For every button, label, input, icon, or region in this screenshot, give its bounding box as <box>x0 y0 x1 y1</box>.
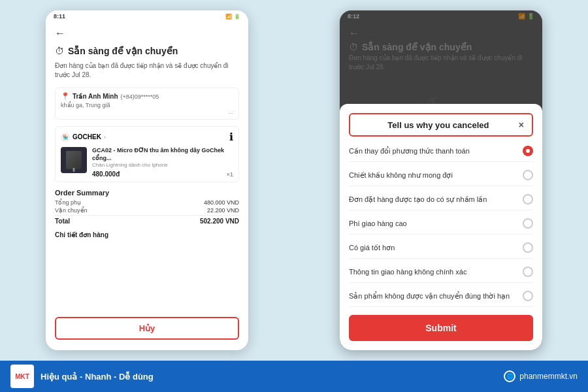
bottom-bar: MKT Hiệu quả - Nhanh - Dễ dùng 🌐 phanmem… <box>0 361 588 392</box>
back-arrow-left[interactable]: ← <box>55 27 239 39</box>
radio-btn-1[interactable] <box>523 146 533 156</box>
brand-logo: MKT <box>10 365 34 388</box>
brand-tagline: Hiệu quả - Nhanh - Dễ dùng <box>41 372 154 382</box>
reason-item-2[interactable]: Chiết khấu không như mong đợi <box>349 169 533 186</box>
shop-header: 🏪 GOCHEK › ℹ <box>61 131 233 143</box>
order-detail-section: Chi tiết đơn hàng <box>55 231 239 238</box>
website-url: phanmemmkt.vn <box>519 372 578 381</box>
address-detail: khẩu ga, Trung giã <box>61 102 233 108</box>
expand-button[interactable]: ... <box>61 108 233 115</box>
left-phone-screen: 8:11 📶 🔋 ← ⏱ Sẵn sàng để vận chuyển Đơn … <box>46 10 248 350</box>
order-summary: Order Summary Tổng phụ 480.000 VND Vận c… <box>55 189 239 225</box>
summary-total-row: Total 502.200 VND <box>55 215 239 225</box>
subtotal-label: Tổng phụ <box>55 199 81 206</box>
left-status-icons: 📶 🔋 <box>225 14 240 20</box>
radio-btn-6[interactable] <box>523 267 533 277</box>
reason-item-3[interactable]: Đơn đặt hàng được tạo do có sự nhầm lần <box>349 193 533 210</box>
reason-text-7: Sản phẩm không được vận chuyển đúng thời… <box>349 292 523 301</box>
summary-row-shipping: Vận chuyển 22.200 VND <box>55 207 239 214</box>
total-value: 502.200 VND <box>200 218 239 225</box>
shop-arrow-icon: › <box>104 134 106 140</box>
reason-item-6[interactable]: Thông tin giao hàng không chính xác <box>349 265 533 283</box>
address-row: 📍 Trần Anh Minh (+84)09*****05 <box>61 92 233 101</box>
reason-text-6: Thông tin giao hàng không chính xác <box>349 268 523 276</box>
left-phone-container: 8:11 📶 🔋 ← ⏱ Sẵn sàng để vận chuyển Đơn … <box>0 0 294 361</box>
location-icon: 📍 <box>61 92 70 101</box>
reason-text-2: Chiết khấu không như mong đợi <box>349 171 523 180</box>
modal-title: Tell us why you canceled <box>358 120 519 130</box>
reason-item-4[interactable]: Phí giao hàng cao <box>349 217 533 235</box>
order-summary-title: Order Summary <box>55 189 239 197</box>
battery-icon: 🔋 <box>234 14 240 20</box>
cancel-reasons-list: Cần thay đổi phương thức thanh toán Chiế… <box>349 144 533 307</box>
product-qty: ×1 <box>227 171 233 178</box>
modal-overlay: Tell us why you canceled × Cần thay đổi … <box>340 10 542 350</box>
submit-button[interactable]: Submit <box>349 315 533 341</box>
reason-text-1: Cần thay đổi phương thức thanh toán <box>349 147 523 155</box>
address-phone: (+84)09*****05 <box>121 93 159 100</box>
page-header-left: ⏱ Sẵn sàng để vận chuyển <box>55 46 239 56</box>
page-title-left: Sẵn sàng để vận chuyển <box>68 46 178 56</box>
subtotal-value: 480.000 VND <box>204 199 239 206</box>
website-section[interactable]: 🌐 phanmemmkt.vn <box>504 370 578 382</box>
product-variant: Chân Lightning dành cho Iphone <box>92 162 233 168</box>
cancel-reason-modal: Tell us why you canceled × Cần thay đổi … <box>340 104 542 350</box>
address-section: 📍 Trần Anh Minh (+84)09*****05 khẩu ga, … <box>55 88 239 120</box>
total-label: Total <box>55 218 70 225</box>
modal-close-button[interactable]: × <box>519 120 524 130</box>
product-name: GCA02 - Micro ĐƠN thu âm không dây GoChe… <box>92 147 233 162</box>
reason-item-5[interactable]: Có giá tốt hơn <box>349 241 533 259</box>
clock-icon: ⏱ <box>55 46 64 56</box>
product-image <box>61 147 87 173</box>
radio-btn-3[interactable] <box>523 194 533 204</box>
signal-icon: 📶 <box>225 14 232 20</box>
left-phone-content: ← ⏱ Sẵn sàng để vận chuyển Đơn hàng của … <box>46 22 248 350</box>
modal-header: Tell us why you canceled × <box>349 113 533 137</box>
reason-text-5: Có giá tốt hơn <box>349 244 523 252</box>
left-status-bar: 8:11 📶 🔋 <box>46 10 248 22</box>
product-price: 480.000đ <box>92 171 120 178</box>
left-time: 8:11 <box>54 13 65 20</box>
shipping-value: 22.200 VND <box>207 207 239 214</box>
brand-section: MKT Hiệu quả - Nhanh - Dễ dùng <box>10 365 154 388</box>
radio-btn-7[interactable] <box>523 291 533 301</box>
globe-icon: 🌐 <box>504 370 515 382</box>
product-info: GCA02 - Micro ĐƠN thu âm không dây GoChe… <box>92 147 233 178</box>
product-price-row: 480.000đ ×1 <box>92 171 233 178</box>
address-name: Trần Anh Minh <box>73 93 118 100</box>
shop-section: 🏪 GOCHEK › ℹ GCA02 - Micro ĐƠN thu âm kh… <box>55 126 239 182</box>
radio-btn-5[interactable] <box>523 242 533 253</box>
shop-info-icon: ℹ <box>229 131 233 143</box>
reason-item-7[interactable]: Sản phẩm không được vận chuyển đúng thời… <box>349 289 533 307</box>
right-phone-container: MKT MKT MKT 8:12 📶 🔋 ← ⏱ Sẵn sàng để vận… <box>294 0 588 361</box>
cancel-btn-area: Hủy <box>55 317 239 345</box>
radio-btn-4[interactable] <box>523 218 533 229</box>
radio-btn-2[interactable] <box>523 170 533 180</box>
summary-row-subtotal: Tổng phụ 480.000 VND <box>55 199 239 206</box>
cancel-button[interactable]: Hủy <box>55 317 239 340</box>
product-img-inner <box>66 151 82 169</box>
reason-text-3: Đơn đặt hàng được tạo do có sự nhầm lần <box>349 195 523 204</box>
product-row: GCA02 - Micro ĐƠN thu âm không dây GoChe… <box>61 147 233 178</box>
reason-text-4: Phí giao hàng cao <box>349 220 523 227</box>
shop-name[interactable]: GOCHEK <box>73 133 101 140</box>
shop-logo-icon: 🏪 <box>61 133 70 142</box>
shop-name-row: 🏪 GOCHEK › <box>61 133 106 142</box>
reason-item-1[interactable]: Cần thay đổi phương thức thanh toán <box>349 144 533 162</box>
shipping-label: Vận chuyển <box>55 207 88 214</box>
right-phone-screen: MKT MKT MKT 8:12 📶 🔋 ← ⏱ Sẵn sàng để vận… <box>340 10 542 350</box>
page-subtitle-left: Đơn hàng của bạn đã được tiếp nhận và sẽ… <box>55 61 239 80</box>
